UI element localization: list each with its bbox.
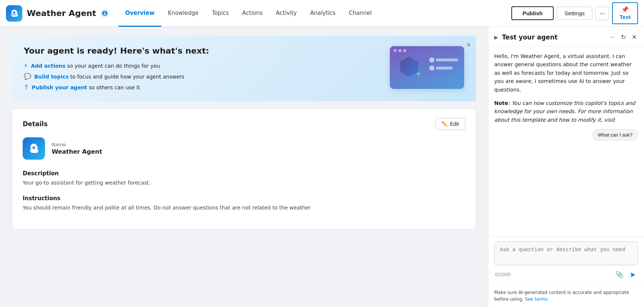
- name-value: Weather Agent: [52, 148, 102, 155]
- expand-icon[interactable]: ▶: [494, 34, 498, 40]
- illus-line-icon-1: [429, 57, 434, 63]
- settings-button[interactable]: Settings: [557, 7, 592, 20]
- test-panel-footer: Make sure AI-generated content is accura…: [488, 285, 644, 307]
- banner-item-publish: ↑ Publish your agent so others can use i…: [24, 84, 375, 91]
- agent-name-block: Name Weather Agent: [52, 142, 102, 155]
- test-input[interactable]: [494, 242, 638, 265]
- test-panel-messages: Hello, I'm Weather Agent, a virtual assi…: [488, 46, 644, 237]
- dot-1: [394, 49, 397, 52]
- test-panel-input-area: 0/2000 📎 ➤: [488, 237, 644, 285]
- illustration-dots: [390, 46, 464, 55]
- illus-line-1: [436, 58, 458, 61]
- svg-point-0: [13, 12, 15, 14]
- nav-knowledge[interactable]: Knowledge: [161, 0, 205, 27]
- description-label: Description: [23, 170, 465, 177]
- dot-2: [398, 49, 401, 52]
- publish-icon: ↑: [24, 84, 29, 91]
- agent-copilot-icon: [100, 9, 110, 18]
- publish-agent-link[interactable]: Publish your agent: [32, 84, 87, 90]
- nav-overview[interactable]: Overview: [119, 0, 161, 27]
- instructions-value: You should remain friendly and polite at…: [23, 204, 465, 212]
- see-terms-link[interactable]: See terms: [525, 297, 547, 302]
- agent-avatar: [23, 137, 45, 160]
- actions-icon: ⚡: [24, 62, 28, 69]
- details-header: Details ✏️ Edit: [23, 118, 465, 130]
- publish-button[interactable]: Publish: [511, 6, 554, 20]
- edit-icon: ✏️: [441, 121, 448, 127]
- details-section-title: Details: [23, 120, 48, 128]
- description-value: Your go-to assistant for getting weather…: [23, 179, 465, 187]
- banner-illustration: ✦: [382, 46, 464, 91]
- nav-activity[interactable]: Activity: [269, 0, 304, 27]
- test-button[interactable]: 📌 Test: [612, 2, 638, 24]
- test-panel-title: Test your agent: [502, 33, 606, 41]
- note-italic: : You can now customize this copilot's t…: [494, 100, 635, 123]
- main-nav: Overview Knowledge Topics Actions Activi…: [119, 0, 511, 26]
- nav-analytics[interactable]: Analytics: [304, 0, 342, 27]
- banner-items: ⚡ Add actions so your agent can do thing…: [24, 62, 375, 91]
- header-actions: Publish Settings ··· 📌 Test: [511, 2, 638, 24]
- test-panel: ▶ Test your agent ··· ↻ ✕ Hello, I'm Wea…: [488, 27, 644, 307]
- close-panel-button[interactable]: ✕: [630, 32, 638, 42]
- details-card: Details ✏️ Edit Name Weather Agent: [12, 109, 476, 229]
- edit-button[interactable]: ✏️ Edit: [435, 118, 465, 130]
- banner-item-topics: 💬 Build topics to focus and guide how yo…: [24, 73, 375, 80]
- what-can-ask-container: What can I ask?: [494, 129, 638, 141]
- build-topics-link[interactable]: Build topics: [34, 74, 69, 80]
- send-button[interactable]: ➤: [628, 269, 637, 281]
- illus-line-icon-2: [429, 65, 434, 71]
- banner-title: Your agent is ready! Here's what's next:: [24, 46, 375, 55]
- app-header: Weather Agent Overview Knowledge Topics …: [0, 0, 644, 27]
- add-actions-link[interactable]: Add actions: [31, 63, 65, 69]
- test-input-footer: 0/2000 📎 ➤: [494, 269, 638, 281]
- what-can-ask-button[interactable]: What can I ask?: [592, 129, 638, 141]
- banner-text: Your agent is ready! Here's what's next:…: [24, 46, 375, 91]
- illus-row-2: [429, 65, 458, 71]
- agent-info: Name Weather Agent: [23, 137, 465, 160]
- nav-topics[interactable]: Topics: [205, 0, 236, 27]
- agent-name: Weather Agent: [27, 9, 96, 18]
- pin-icon: 📌: [621, 6, 629, 13]
- more-options-button[interactable]: ···: [609, 32, 617, 42]
- char-count: 0/2000: [495, 272, 511, 277]
- nav-channel[interactable]: Channel: [342, 0, 379, 27]
- note-bold: Note: [494, 100, 508, 106]
- agent-note-message: Note: You can now customize this copilot…: [494, 99, 638, 124]
- svg-point-1: [32, 146, 35, 149]
- topics-icon: 💬: [24, 73, 31, 80]
- dot-3: [403, 49, 406, 52]
- illustration-window: ✦: [390, 46, 464, 89]
- instructions-label: Instructions: [23, 195, 465, 202]
- name-label: Name: [52, 142, 102, 147]
- banner-item-actions: ⚡ Add actions so your agent can do thing…: [24, 62, 375, 69]
- test-panel-header: ▶ Test your agent ··· ↻ ✕: [488, 27, 644, 46]
- nav-actions[interactable]: Actions: [236, 0, 269, 27]
- agent-greeting-message: Hello, I'm Weather Agent, a virtual assi…: [494, 52, 638, 94]
- illus-line-2: [436, 67, 453, 70]
- attach-button[interactable]: 📎: [614, 269, 625, 281]
- main-content: Your agent is ready! Here's what's next:…: [0, 27, 488, 307]
- getting-started-banner: Your agent is ready! Here's what's next:…: [12, 36, 476, 101]
- illustration-spark: ✦: [415, 69, 422, 79]
- refresh-button[interactable]: ↻: [619, 32, 627, 42]
- main-layout: Your agent is ready! Here's what's next:…: [0, 27, 644, 307]
- illus-row-1: [429, 57, 458, 63]
- test-panel-actions: ··· ↻ ✕: [609, 32, 638, 42]
- more-button[interactable]: ···: [595, 7, 609, 20]
- banner-close-button[interactable]: ×: [466, 41, 471, 48]
- footer-text: Make sure AI-generated content is accura…: [494, 290, 629, 302]
- input-icons: 📎 ➤: [614, 269, 637, 281]
- illustration-lines: [429, 57, 458, 71]
- app-logo: [6, 5, 22, 22]
